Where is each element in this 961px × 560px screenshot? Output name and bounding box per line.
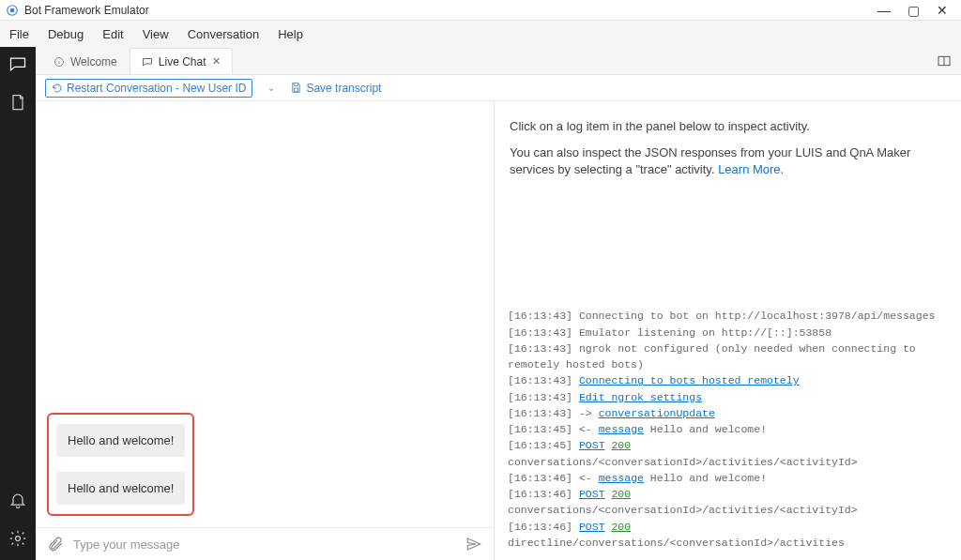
gear-icon[interactable] — [8, 529, 27, 551]
svg-rect-6 — [295, 88, 298, 91]
chat-panel: Hello and welcome! Hello and welcome! — [36, 101, 495, 560]
chat-messages: Hello and welcome! Hello and welcome! — [36, 101, 494, 527]
app-icon — [6, 4, 19, 17]
close-button[interactable]: ✕ — [937, 3, 948, 18]
log-line[interactable]: [16:13:43] Connecting to bot on http://l… — [508, 308, 948, 324]
log-link[interactable]: message — [599, 472, 644, 484]
inspector-panel: Click on a log item in the panel below t… — [495, 101, 961, 205]
tabbar: Welcome Live Chat ✕ — [36, 47, 961, 75]
log-line[interactable]: [16:13:46] POST 200 directline/conversat… — [508, 519, 948, 552]
menu-edit[interactable]: Edit — [102, 27, 123, 41]
tab-welcome[interactable]: Welcome — [41, 48, 130, 74]
menu-conversation[interactable]: Conversation — [188, 27, 260, 41]
menubar: File Debug Edit View Conversation Help — [0, 21, 961, 47]
log-link[interactable]: conversationUpdate — [599, 407, 715, 419]
chat-tab-icon — [142, 56, 153, 68]
log-line[interactable]: [16:13:46] POST 200 conversations/<conve… — [508, 486, 948, 519]
log-status-code[interactable]: 200 — [611, 521, 631, 533]
save-icon — [290, 82, 302, 94]
log-link[interactable]: Edit ngrok settings — [579, 391, 702, 403]
log-method[interactable]: POST — [579, 488, 605, 500]
titlebar: Bot Framework Emulator — ▢ ✕ — [0, 0, 961, 21]
message-input[interactable] — [73, 537, 456, 552]
chat-icon[interactable] — [8, 54, 27, 76]
log-method[interactable]: POST — [579, 439, 605, 451]
menu-debug[interactable]: Debug — [48, 27, 84, 41]
learn-more-link[interactable]: Learn More. — [718, 162, 784, 176]
log-method[interactable]: POST — [579, 521, 605, 533]
send-icon[interactable] — [465, 536, 482, 552]
svg-point-2 — [16, 537, 21, 541]
restart-label: Restart Conversation - New User ID — [67, 82, 246, 95]
restart-dropdown-arrow[interactable]: ⌄ — [264, 83, 279, 93]
menu-help[interactable]: Help — [278, 27, 303, 41]
save-transcript-button[interactable]: Save transcript — [290, 82, 381, 95]
attach-icon[interactable] — [47, 536, 64, 552]
tab-welcome-label: Welcome — [70, 55, 117, 68]
log-line[interactable]: [16:13:45] <- message Hello and welcome! — [508, 421, 948, 437]
log-status-code[interactable]: 200 — [611, 439, 631, 451]
inspector-hint-1: Click on a log item in the panel below t… — [510, 118, 946, 135]
log-line[interactable]: [16:13:43] -> conversationUpdate — [508, 405, 948, 421]
log-status-code[interactable]: 200 — [611, 488, 631, 500]
log-line[interactable]: [16:13:43] ngrok not configured (only ne… — [508, 341, 948, 373]
restart-conversation-button[interactable]: Restart Conversation - New User ID — [45, 79, 252, 98]
log-link[interactable]: Connecting to bots hosted remotely — [579, 374, 800, 386]
log-line[interactable]: [16:13:43] Connecting to bots hosted rem… — [508, 372, 948, 388]
minimize-button[interactable]: — — [877, 3, 891, 18]
split-panel-icon[interactable] — [937, 53, 952, 68]
bell-icon[interactable] — [8, 491, 27, 512]
menu-file[interactable]: File — [9, 27, 29, 41]
maximize-button[interactable]: ▢ — [908, 3, 920, 18]
message-bubble[interactable]: Hello and welcome! — [56, 472, 185, 505]
chat-input-row — [36, 527, 494, 560]
log-panel[interactable]: [16:13:43] Connecting to bot on http://l… — [495, 205, 961, 560]
app-title: Bot Framework Emulator — [24, 4, 877, 17]
refresh-icon — [52, 83, 63, 94]
document-icon[interactable] — [8, 93, 27, 114]
inspector-hint-2: You can also inspect the JSON responses … — [510, 144, 946, 178]
highlight-annotation: Hello and welcome! Hello and welcome! — [47, 413, 194, 516]
right-panel: Click on a log item in the panel below t… — [495, 101, 961, 560]
log-link[interactable]: message — [599, 423, 644, 435]
toolbar: Restart Conversation - New User ID ⌄ Sav… — [36, 75, 961, 101]
menu-view[interactable]: View — [143, 27, 169, 41]
tab-livechat[interactable]: Live Chat ✕ — [130, 48, 233, 74]
log-line[interactable]: [16:13:45] POST 200 conversations/<conve… — [508, 437, 948, 470]
activitybar — [0, 47, 36, 560]
tab-close-icon[interactable]: ✕ — [212, 55, 221, 68]
log-line[interactable]: [16:13:43] Edit ngrok settings — [508, 389, 948, 405]
save-transcript-label: Save transcript — [306, 82, 381, 95]
info-icon — [53, 56, 65, 68]
tab-livechat-label: Live Chat — [159, 55, 206, 68]
log-line[interactable]: [16:13:46] <- message Hello and welcome! — [508, 470, 948, 486]
svg-point-1 — [10, 8, 15, 12]
log-line[interactable]: [16:13:43] Emulator listening on http://… — [508, 325, 948, 341]
message-bubble[interactable]: Hello and welcome! — [56, 424, 185, 457]
